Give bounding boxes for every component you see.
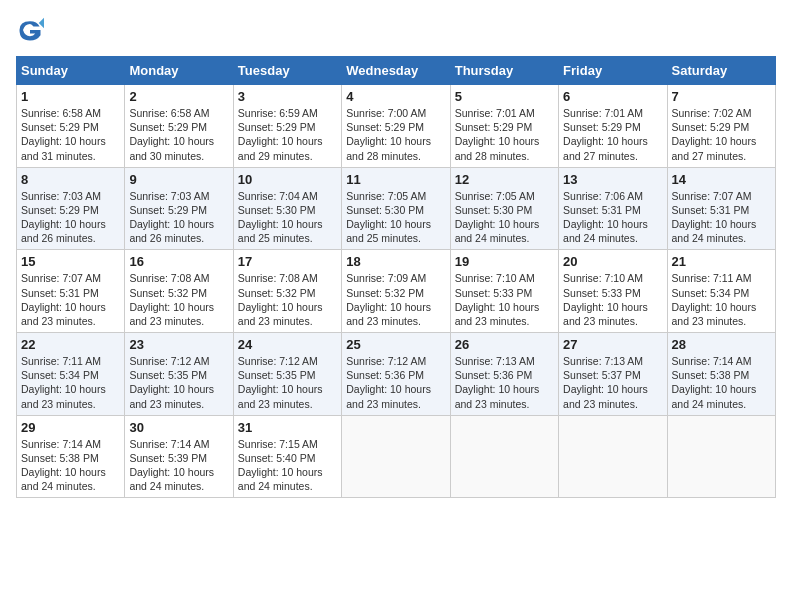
- calendar-cell: [559, 415, 667, 498]
- day-info: Sunrise: 7:14 AMSunset: 5:39 PMDaylight:…: [129, 438, 214, 493]
- calendar-body: 1 Sunrise: 6:58 AMSunset: 5:29 PMDayligh…: [17, 85, 776, 498]
- day-info: Sunrise: 6:59 AMSunset: 5:29 PMDaylight:…: [238, 107, 323, 162]
- day-number: 26: [455, 337, 554, 352]
- calendar-cell: 7 Sunrise: 7:02 AMSunset: 5:29 PMDayligh…: [667, 85, 775, 168]
- week-row-2: 8 Sunrise: 7:03 AMSunset: 5:29 PMDayligh…: [17, 167, 776, 250]
- header-row: SundayMondayTuesdayWednesdayThursdayFrid…: [17, 57, 776, 85]
- day-info: Sunrise: 7:14 AMSunset: 5:38 PMDaylight:…: [672, 355, 757, 410]
- day-info: Sunrise: 7:09 AMSunset: 5:32 PMDaylight:…: [346, 272, 431, 327]
- day-info: Sunrise: 7:13 AMSunset: 5:36 PMDaylight:…: [455, 355, 540, 410]
- day-info: Sunrise: 7:11 AMSunset: 5:34 PMDaylight:…: [672, 272, 757, 327]
- calendar-header: SundayMondayTuesdayWednesdayThursdayFrid…: [17, 57, 776, 85]
- header-thursday: Thursday: [450, 57, 558, 85]
- day-number: 21: [672, 254, 771, 269]
- day-info: Sunrise: 7:10 AMSunset: 5:33 PMDaylight:…: [455, 272, 540, 327]
- day-info: Sunrise: 7:12 AMSunset: 5:36 PMDaylight:…: [346, 355, 431, 410]
- day-info: Sunrise: 7:03 AMSunset: 5:29 PMDaylight:…: [21, 190, 106, 245]
- calendar-cell: [342, 415, 450, 498]
- day-number: 1: [21, 89, 120, 104]
- calendar-cell: 23 Sunrise: 7:12 AMSunset: 5:35 PMDaylig…: [125, 333, 233, 416]
- calendar-cell: 25 Sunrise: 7:12 AMSunset: 5:36 PMDaylig…: [342, 333, 450, 416]
- day-number: 15: [21, 254, 120, 269]
- day-info: Sunrise: 7:07 AMSunset: 5:31 PMDaylight:…: [672, 190, 757, 245]
- day-number: 9: [129, 172, 228, 187]
- calendar-cell: 5 Sunrise: 7:01 AMSunset: 5:29 PMDayligh…: [450, 85, 558, 168]
- header-wednesday: Wednesday: [342, 57, 450, 85]
- day-info: Sunrise: 7:04 AMSunset: 5:30 PMDaylight:…: [238, 190, 323, 245]
- calendar-cell: 17 Sunrise: 7:08 AMSunset: 5:32 PMDaylig…: [233, 250, 341, 333]
- day-number: 19: [455, 254, 554, 269]
- logo: [16, 16, 48, 44]
- calendar-cell: 29 Sunrise: 7:14 AMSunset: 5:38 PMDaylig…: [17, 415, 125, 498]
- day-number: 29: [21, 420, 120, 435]
- calendar-cell: 31 Sunrise: 7:15 AMSunset: 5:40 PMDaylig…: [233, 415, 341, 498]
- calendar-cell: 16 Sunrise: 7:08 AMSunset: 5:32 PMDaylig…: [125, 250, 233, 333]
- calendar-cell: 20 Sunrise: 7:10 AMSunset: 5:33 PMDaylig…: [559, 250, 667, 333]
- calendar-cell: 15 Sunrise: 7:07 AMSunset: 5:31 PMDaylig…: [17, 250, 125, 333]
- calendar-cell: 19 Sunrise: 7:10 AMSunset: 5:33 PMDaylig…: [450, 250, 558, 333]
- calendar-cell: 14 Sunrise: 7:07 AMSunset: 5:31 PMDaylig…: [667, 167, 775, 250]
- day-number: 22: [21, 337, 120, 352]
- day-number: 14: [672, 172, 771, 187]
- day-info: Sunrise: 7:11 AMSunset: 5:34 PMDaylight:…: [21, 355, 106, 410]
- calendar-cell: 11 Sunrise: 7:05 AMSunset: 5:30 PMDaylig…: [342, 167, 450, 250]
- calendar-cell: 2 Sunrise: 6:58 AMSunset: 5:29 PMDayligh…: [125, 85, 233, 168]
- calendar-cell: 13 Sunrise: 7:06 AMSunset: 5:31 PMDaylig…: [559, 167, 667, 250]
- day-number: 2: [129, 89, 228, 104]
- header-saturday: Saturday: [667, 57, 775, 85]
- day-number: 10: [238, 172, 337, 187]
- calendar-cell: 28 Sunrise: 7:14 AMSunset: 5:38 PMDaylig…: [667, 333, 775, 416]
- calendar-cell: [667, 415, 775, 498]
- day-number: 7: [672, 89, 771, 104]
- day-info: Sunrise: 7:05 AMSunset: 5:30 PMDaylight:…: [455, 190, 540, 245]
- day-info: Sunrise: 7:03 AMSunset: 5:29 PMDaylight:…: [129, 190, 214, 245]
- day-number: 5: [455, 89, 554, 104]
- calendar-cell: 10 Sunrise: 7:04 AMSunset: 5:30 PMDaylig…: [233, 167, 341, 250]
- day-info: Sunrise: 6:58 AMSunset: 5:29 PMDaylight:…: [21, 107, 106, 162]
- day-info: Sunrise: 7:00 AMSunset: 5:29 PMDaylight:…: [346, 107, 431, 162]
- calendar-cell: 27 Sunrise: 7:13 AMSunset: 5:37 PMDaylig…: [559, 333, 667, 416]
- calendar-cell: 9 Sunrise: 7:03 AMSunset: 5:29 PMDayligh…: [125, 167, 233, 250]
- day-info: Sunrise: 7:05 AMSunset: 5:30 PMDaylight:…: [346, 190, 431, 245]
- calendar-cell: 8 Sunrise: 7:03 AMSunset: 5:29 PMDayligh…: [17, 167, 125, 250]
- day-number: 17: [238, 254, 337, 269]
- day-number: 8: [21, 172, 120, 187]
- day-number: 13: [563, 172, 662, 187]
- day-number: 4: [346, 89, 445, 104]
- calendar-cell: 3 Sunrise: 6:59 AMSunset: 5:29 PMDayligh…: [233, 85, 341, 168]
- day-info: Sunrise: 7:13 AMSunset: 5:37 PMDaylight:…: [563, 355, 648, 410]
- day-info: Sunrise: 7:12 AMSunset: 5:35 PMDaylight:…: [238, 355, 323, 410]
- day-info: Sunrise: 7:14 AMSunset: 5:38 PMDaylight:…: [21, 438, 106, 493]
- day-info: Sunrise: 7:01 AMSunset: 5:29 PMDaylight:…: [455, 107, 540, 162]
- header-monday: Monday: [125, 57, 233, 85]
- day-info: Sunrise: 7:15 AMSunset: 5:40 PMDaylight:…: [238, 438, 323, 493]
- day-info: Sunrise: 7:02 AMSunset: 5:29 PMDaylight:…: [672, 107, 757, 162]
- logo-icon: [16, 16, 44, 44]
- day-number: 16: [129, 254, 228, 269]
- day-info: Sunrise: 7:08 AMSunset: 5:32 PMDaylight:…: [238, 272, 323, 327]
- week-row-3: 15 Sunrise: 7:07 AMSunset: 5:31 PMDaylig…: [17, 250, 776, 333]
- day-number: 20: [563, 254, 662, 269]
- calendar-cell: 21 Sunrise: 7:11 AMSunset: 5:34 PMDaylig…: [667, 250, 775, 333]
- header-sunday: Sunday: [17, 57, 125, 85]
- day-number: 27: [563, 337, 662, 352]
- day-number: 30: [129, 420, 228, 435]
- header-friday: Friday: [559, 57, 667, 85]
- page-header: [16, 16, 776, 44]
- day-info: Sunrise: 7:01 AMSunset: 5:29 PMDaylight:…: [563, 107, 648, 162]
- calendar-cell: 18 Sunrise: 7:09 AMSunset: 5:32 PMDaylig…: [342, 250, 450, 333]
- day-number: 31: [238, 420, 337, 435]
- day-number: 23: [129, 337, 228, 352]
- calendar-table: SundayMondayTuesdayWednesdayThursdayFrid…: [16, 56, 776, 498]
- day-info: Sunrise: 7:12 AMSunset: 5:35 PMDaylight:…: [129, 355, 214, 410]
- week-row-4: 22 Sunrise: 7:11 AMSunset: 5:34 PMDaylig…: [17, 333, 776, 416]
- calendar-cell: 26 Sunrise: 7:13 AMSunset: 5:36 PMDaylig…: [450, 333, 558, 416]
- day-number: 11: [346, 172, 445, 187]
- calendar-cell: [450, 415, 558, 498]
- day-number: 24: [238, 337, 337, 352]
- calendar-cell: 1 Sunrise: 6:58 AMSunset: 5:29 PMDayligh…: [17, 85, 125, 168]
- calendar-cell: 22 Sunrise: 7:11 AMSunset: 5:34 PMDaylig…: [17, 333, 125, 416]
- day-number: 3: [238, 89, 337, 104]
- day-number: 18: [346, 254, 445, 269]
- week-row-1: 1 Sunrise: 6:58 AMSunset: 5:29 PMDayligh…: [17, 85, 776, 168]
